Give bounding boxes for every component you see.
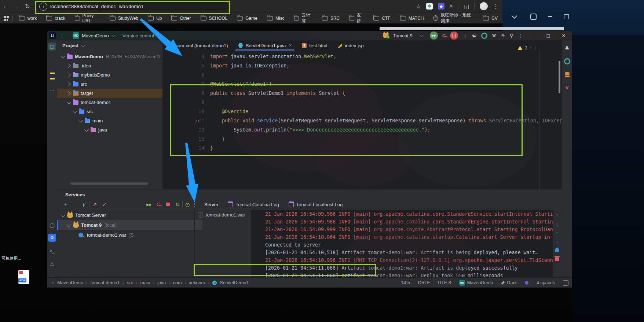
breadcrumb-item[interactable]: java: [157, 280, 166, 285]
notifications-bell-icon[interactable]: 🔔︎: [564, 45, 570, 51]
code-line[interactable]: 8public class ServletDemo1 implements Se…: [162, 89, 562, 98]
code-line[interactable]: 9: [162, 98, 562, 107]
extensions-puzzle-icon[interactable]: ⌖: [450, 3, 453, 10]
project-node-src[interactable]: src: [57, 79, 163, 89]
bookmark-item[interactable]: 友链: [344, 13, 369, 23]
services-tab[interactable]: Tomcat Localhost Log: [284, 201, 347, 207]
bookmark-item[interactable]: 疯狂听抄 - 系统词库: [428, 13, 478, 23]
line-ending[interactable]: CRLF: [418, 280, 430, 285]
project-node-target[interactable]: target: [57, 89, 163, 98]
deployment-item[interactable]: ✓ tomcat-demo1:war: [198, 212, 251, 218]
project-chip[interactable]: MD: [73, 32, 79, 39]
tree-chevron-icon[interactable]: [73, 109, 77, 114]
profile-avatar[interactable]: [480, 2, 488, 10]
server-console[interactable]: 21-Jan-2026 16:54:09.986 INFO [main] org…: [251, 210, 553, 285]
record-icon[interactable]: [481, 33, 487, 39]
problems-tool-icon[interactable]: ⚠: [48, 260, 56, 268]
inspections-widget[interactable]: 3 ↑ ↓: [517, 45, 536, 51]
vcs-widget[interactable]: Version control: [122, 33, 154, 38]
tab-capture-icon[interactable]: ◱: [464, 3, 469, 10]
next-warning-icon[interactable]: ↓: [534, 45, 536, 51]
close-button[interactable]: ✕: [558, 33, 569, 38]
desktop-pdf-file-icon[interactable]: PDF: [18, 270, 29, 284]
run-options-icon[interactable]: [462, 33, 468, 38]
reader-mode-icon[interactable]: [563, 280, 568, 286]
desktop-file-label[interactable]: 耳机使用...: [1, 256, 21, 261]
breadcrumb-item[interactable]: ServletDemo1: [220, 280, 249, 285]
debug-button[interactable]: C̶: [442, 33, 446, 38]
service-node-tomcat-9[interactable]: Tomcat 9[local]: [57, 220, 202, 230]
background-window-minimize-icon[interactable]: [546, 12, 555, 21]
address-bar[interactable]: i localhost:8888/tomcat_demo1_war/demo1: [36, 1, 228, 11]
editor-tab[interactable]: 5test.html: [297, 40, 332, 51]
tree-chevron-icon[interactable]: [78, 118, 83, 123]
project-node-main[interactable]: main: [57, 116, 163, 125]
gradle-tool-icon[interactable]: [564, 58, 570, 64]
status-project[interactable]: MD MavenDemo: [459, 280, 493, 286]
breadcrumb-item[interactable]: main: [140, 280, 150, 285]
bookmark-item[interactable]: CV: [478, 13, 502, 23]
stop-button[interactable]: [450, 32, 458, 40]
bookmark-item[interactable]: Up: [143, 13, 167, 23]
bookmark-item[interactable]: crack: [41, 13, 70, 23]
code-editor[interactable]: 4import javax.servlet.annotation.WebServ…: [162, 52, 562, 153]
soft-wrap-icon[interactable]: ≡: [555, 230, 560, 236]
browser-menu-icon[interactable]: ⋮: [493, 3, 499, 10]
clear-console-icon[interactable]: [555, 256, 560, 262]
extension-shield-icon[interactable]: ◆: [438, 3, 444, 10]
notifications-tool-icon[interactable]: ◯: [48, 221, 56, 229]
theme-widget[interactable]: Dark: [501, 280, 517, 285]
science-icon[interactable]: ⚘: [501, 33, 505, 38]
tree-chevron-icon[interactable]: [84, 127, 89, 132]
bookmark-item[interactable]: MATCH: [395, 13, 429, 23]
apps-grid-icon[interactable]: [4, 16, 8, 21]
back-icon[interactable]: ←: [0, 3, 11, 10]
print-icon[interactable]: [555, 248, 560, 253]
close-tab-icon[interactable]: ×: [289, 43, 292, 48]
collapse-all-icon[interactable]: ↙: [99, 201, 109, 207]
site-info-icon[interactable]: i: [39, 3, 47, 11]
services-tool-icon[interactable]: ⚙: [48, 234, 56, 242]
code-line[interactable]: 6: [162, 70, 562, 79]
breadcrumb-item[interactable]: tomcat-demo1: [91, 280, 120, 285]
forward-icon[interactable]: →: [11, 3, 22, 10]
more-icon[interactable]: [518, 33, 523, 38]
tree-chevron-icon[interactable]: [61, 212, 66, 217]
bookmark-item[interactable]: CTF: [369, 13, 395, 23]
expand-all-icon[interactable]: ↗: [90, 201, 99, 207]
project-tree-scrollbar[interactable]: [70, 182, 148, 185]
breadcrumb-item[interactable]: src: [127, 280, 133, 285]
service-node-tomcat-server[interactable]: Tomcat Server: [57, 210, 197, 220]
search-everywhere-icon[interactable]: ⚲: [510, 33, 513, 38]
breadcrumb-item[interactable]: com: [173, 280, 182, 285]
project-tool-icon[interactable]: ◫: [48, 42, 56, 51]
prev-warning-icon[interactable]: ↑: [530, 45, 532, 51]
status-dot-icon[interactable]: [525, 281, 528, 285]
build-tools-icon[interactable]: ⚒: [492, 33, 497, 38]
background-window-chevron-icon[interactable]: [510, 12, 519, 21]
bookmark-item[interactable]: Other: [167, 13, 195, 23]
database-tool-icon[interactable]: [564, 71, 570, 78]
reload-icon[interactable]: ↻: [22, 3, 33, 10]
tree-chevron-icon[interactable]: [66, 91, 71, 96]
services-tab[interactable]: Tomcat Catalina Log: [223, 201, 284, 207]
background-window-restore-icon[interactable]: [529, 12, 538, 21]
project-node-mavendemo[interactable]: MavenDemoH:\0x0B_FUXIAN\MavenD: [57, 52, 163, 61]
services-tab[interactable]: Server: [200, 201, 223, 207]
log-line[interactable]: 21-Jan-2026 16:54:09.986 INFO [main] org…: [252, 210, 553, 218]
intellij-logo-icon[interactable]: IJ: [49, 32, 56, 39]
project-node-mybatisdemo[interactable]: mybatisDemo: [57, 70, 163, 79]
rerun-server-icon[interactable]: ▶▶: [144, 203, 154, 207]
bookmark-item[interactable]: SCHOOL: [196, 13, 233, 23]
terminal-tool-icon[interactable]: >_: [48, 247, 56, 255]
tree-chevron-icon[interactable]: [67, 100, 72, 104]
scroll-up-icon[interactable]: ↑: [555, 212, 560, 218]
bookmark-item[interactable]: Game: [232, 13, 262, 23]
editor-scrollbar[interactable]: [559, 61, 560, 93]
code-line[interactable]: 12 System.out.println(">>>> Doneeeeeeeee…: [162, 125, 562, 134]
project-selector[interactable]: MavenDemo: [82, 33, 109, 38]
file-encoding[interactable]: UTF-8: [438, 280, 451, 285]
add-service-icon[interactable]: +: [61, 201, 70, 207]
bookmark-star-icon[interactable]: ☆: [416, 3, 421, 10]
bookmark-item[interactable]: StudyWeb: [105, 13, 143, 23]
